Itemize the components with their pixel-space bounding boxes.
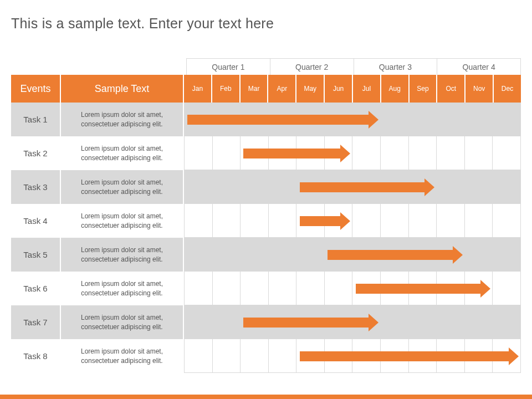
table-row: Task 5Lorem ipsum dolor sit amet, consec… (11, 238, 521, 272)
month-cell (241, 272, 269, 305)
month-cell (296, 272, 325, 305)
task-timeline-cell (184, 103, 521, 136)
arrow-shaft (300, 351, 511, 361)
header-months: JanFebMarAprMayJunJulAugSepOctNovDec (184, 75, 521, 103)
arrow-head-icon (369, 111, 378, 129)
task-description-cell: Lorem ipsum dolor sit amet, consectetuer… (61, 170, 184, 204)
gantt-arrow (328, 250, 454, 260)
month-cell (269, 204, 297, 238)
month-cell (437, 305, 465, 339)
gantt-arrow (356, 284, 483, 294)
month-cell (241, 339, 269, 373)
quarter-header: Quarter 3 (354, 58, 438, 75)
month-cell (381, 136, 409, 170)
month-cell (269, 170, 297, 204)
month-cell (493, 103, 521, 136)
table-row: Task 7Lorem ipsum dolor sit amet, consec… (11, 305, 521, 339)
month-cell (437, 170, 465, 204)
month-cell (493, 204, 521, 238)
month-cell (465, 204, 493, 238)
month-cell (381, 204, 409, 238)
header-month: Mar (241, 75, 269, 103)
month-cell (465, 170, 493, 204)
table-row: Task 2Lorem ipsum dolor sit amet, consec… (11, 136, 521, 170)
header-month: Aug (381, 75, 410, 103)
month-cell (213, 204, 241, 238)
task-timeline-cell (184, 170, 521, 204)
page-title: This is a sample text. Enter your text h… (0, 0, 532, 37)
month-cell (184, 136, 213, 170)
month-cell (241, 204, 269, 238)
month-cell (381, 103, 409, 136)
month-cell (269, 339, 297, 373)
header-month: Apr (268, 75, 296, 103)
month-cell (184, 238, 213, 272)
month-cell (352, 136, 381, 170)
month-cell (465, 238, 493, 272)
month-cell (213, 305, 241, 339)
task-description-cell: Lorem ipsum dolor sit amet, consectetuer… (61, 103, 184, 136)
gantt-arrow (300, 216, 342, 226)
header-month: Nov (466, 75, 494, 103)
chart-body: Task 1Lorem ipsum dolor sit amet, consec… (11, 103, 521, 373)
arrow-head-icon (424, 178, 434, 196)
task-description-cell: Lorem ipsum dolor sit amet, consectetuer… (61, 272, 184, 305)
month-cell (409, 305, 437, 339)
month-cell (493, 170, 521, 204)
header-month: May (296, 75, 325, 103)
month-cell (184, 339, 213, 373)
task-description-cell: Lorem ipsum dolor sit amet, consectetuer… (61, 136, 184, 170)
arrow-shaft (243, 318, 370, 328)
gantt-arrow (243, 149, 342, 158)
month-cell (409, 136, 437, 170)
header-month: Jan (184, 75, 212, 103)
month-cell (493, 238, 521, 272)
gantt-arrow (243, 318, 370, 328)
month-cell (184, 272, 213, 305)
month-cell (213, 339, 241, 373)
month-cell (493, 272, 521, 305)
task-name-cell: Task 7 (11, 305, 61, 339)
header-month: Sep (410, 75, 438, 103)
month-cell (409, 103, 437, 136)
table-row: Task 8Lorem ipsum dolor sit amet, consec… (11, 339, 521, 373)
task-description-cell: Lorem ipsum dolor sit amet, consectetuer… (61, 204, 184, 238)
task-timeline-cell (184, 204, 521, 238)
arrow-head-icon (369, 314, 378, 331)
month-cell (465, 103, 493, 136)
header-month: Dec (494, 75, 521, 103)
task-name-cell: Task 6 (11, 272, 61, 305)
month-cell (381, 305, 409, 339)
gantt-arrow (300, 182, 427, 192)
task-name-cell: Task 2 (11, 136, 61, 170)
month-cell (352, 204, 381, 238)
header-sample-text: Sample Text (61, 75, 184, 103)
task-name-cell: Task 8 (11, 339, 61, 373)
month-cell (213, 136, 241, 170)
month-cell (213, 238, 241, 272)
task-name-cell: Task 4 (11, 204, 61, 238)
gantt-arrow (187, 115, 371, 125)
arrow-head-icon (509, 347, 519, 365)
month-cell (184, 170, 213, 204)
header-month: Oct (437, 75, 466, 103)
month-cell (184, 204, 213, 238)
task-description-cell: Lorem ipsum dolor sit amet, consectetuer… (61, 238, 184, 272)
arrow-shaft (356, 284, 483, 294)
month-cell (437, 103, 465, 136)
arrow-shaft (243, 149, 342, 158)
task-name-cell: Task 5 (11, 238, 61, 272)
month-cell (493, 136, 521, 170)
task-description-cell: Lorem ipsum dolor sit amet, consectetuer… (61, 339, 184, 373)
quarter-header: Quarter 1 (186, 58, 270, 75)
month-cell (437, 136, 465, 170)
arrow-head-icon (340, 145, 350, 162)
month-cell (269, 272, 297, 305)
arrow-shaft (300, 182, 427, 192)
month-cell (269, 238, 297, 272)
task-description-cell: Lorem ipsum dolor sit amet, consectetuer… (61, 305, 184, 339)
month-cell (465, 136, 493, 170)
gantt-chart: Quarter 1 Quarter 2 Quarter 3 Quarter 4 … (11, 58, 521, 374)
arrow-head-icon (340, 212, 350, 230)
arrow-head-icon (480, 280, 490, 298)
